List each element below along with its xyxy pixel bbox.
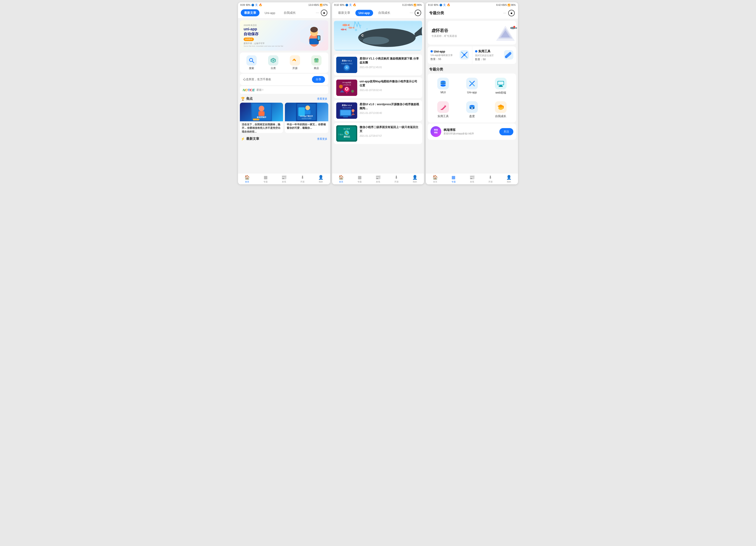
svg-text:枫瑞: 枫瑞: [434, 129, 438, 131]
topic-grid-tools[interactable]: 实用工具: [430, 99, 457, 121]
mui-icon: [437, 78, 449, 89]
svg-text:星宿UI V1.1: 星宿UI V1.1: [342, 59, 352, 62]
topic-card-uniapp[interactable]: Uni-app Uni-app多端框架文章 数量：55: [428, 46, 472, 64]
topic-grid-uniapp-label: Uni-app: [467, 91, 477, 94]
signal-1: 90%: [246, 4, 250, 6]
topic-grid-pandu[interactable]: 盘度: [459, 99, 486, 121]
uniapp-card-desc: Uni-app多端框架文章: [431, 54, 453, 57]
svg-rect-63: [340, 110, 351, 115]
icon-category[interactable]: ★ 分类: [263, 55, 283, 70]
opensource-icon-3: ⬇: [489, 175, 492, 180]
topic-grid-mui[interactable]: MUI: [430, 75, 457, 97]
nav-mine-1[interactable]: 👤 我的: [312, 175, 330, 183]
nav-discover-3[interactable]: 📰 发现: [463, 175, 481, 183]
nav-topic-2[interactable]: ▦ 专题: [350, 175, 369, 183]
nav-home-3[interactable]: 🏠 首页: [426, 175, 444, 183]
notice-text: 星宿！: [256, 88, 325, 92]
tab-uni-app[interactable]: Uni-app: [261, 10, 279, 16]
svg-text:Uni-App下载文件: Uni-App下载文件: [300, 115, 313, 117]
svg-point-41: [341, 29, 345, 31]
record-btn-2[interactable]: ⏺: [415, 10, 421, 16]
article-item-1[interactable]: Uni-app地图 公司地理位置: [334, 77, 422, 98]
svg-rect-109: [503, 106, 504, 109]
topic-grid-growth-label: 自我成长: [495, 114, 506, 118]
topic-grid-web[interactable]: web前端: [487, 75, 514, 97]
svg-rect-99: [499, 85, 502, 86]
focal-card-0[interactable]: 缺省页制作 新手入门 活在当下，自我肯定自我接纳，抛开... 你要相信有些人并不…: [240, 103, 283, 133]
article-item-2[interactable]: 星宿UI V1.0 整合后台体现: [334, 100, 422, 121]
nav-discover-1[interactable]: 📰 发现: [275, 175, 293, 183]
record-btn-1[interactable]: ⏺: [321, 10, 327, 16]
more-icon-3[interactable]: ···: [503, 11, 506, 15]
icon-category-label: 分类: [271, 67, 276, 70]
alipay-icon-3: 支: [443, 3, 446, 7]
svg-point-24: [305, 105, 310, 110]
topic-grid-uniapp[interactable]: Uni-app: [459, 75, 486, 97]
topic-hero-text: 虚怀若谷 兮其若朴，旷兮其若谷: [431, 28, 457, 38]
nav-discover-2[interactable]: 📰 发现: [369, 175, 387, 183]
nav-more-2[interactable]: ···: [410, 11, 413, 15]
focal-more[interactable]: 查看更多: [317, 97, 327, 101]
latest-more[interactable]: 查看更多: [317, 137, 327, 141]
nav-opensource-3[interactable]: ⬇ 开源: [481, 175, 500, 183]
hero-badge: 保姆教程: [244, 38, 254, 41]
article-title-2: 星宿UI v1.0：wordpress开源微信小程序激励视频阅…: [360, 102, 420, 110]
icon-opensource-label: 开源: [292, 67, 297, 70]
tab2-growth[interactable]: 自我成长: [375, 9, 394, 16]
nav-home-2[interactable]: 🏠 首页: [332, 175, 350, 183]
time-1: 8:09: [240, 4, 245, 6]
bluetooth-icon-2: 🔵: [345, 4, 348, 6]
svg-rect-98: [498, 81, 504, 85]
battery-3: 96%: [511, 4, 516, 6]
topic-section-title: 专题分类: [426, 65, 518, 73]
tab-latest-articles[interactable]: 最新文章: [241, 9, 259, 16]
screen-1: 8:09 90% 🔵 支 🔥 13.6 KB/S 📶 97% 最新文章 Uni-…: [238, 2, 330, 184]
share-button[interactable]: 分享: [312, 76, 325, 83]
nav-more-1[interactable]: ···: [316, 11, 319, 15]
tab2-latest[interactable]: 最新文章: [335, 9, 353, 16]
svg-text:信小程序: 信小程序: [343, 128, 350, 130]
focal-card-1[interactable]: Uni-App下载文件 以及永久保存 毕业一年半的我在一家互... 你要储蓄你的…: [285, 103, 328, 133]
latest-section-header: ⚡ 最新文章 查看更多: [238, 135, 330, 142]
follow-button[interactable]: 关注: [499, 128, 513, 135]
tab2-uniapp[interactable]: Uni-app: [355, 10, 373, 16]
record-btn-3[interactable]: ⏺: [508, 10, 515, 16]
article-thumb-0: 星宿UI V1.1 对标微信小商店 A: [336, 57, 357, 73]
icon-search[interactable]: 搜索: [242, 55, 262, 70]
tab-self-growth[interactable]: 自我成长: [280, 9, 299, 16]
alipay-icon: 支: [255, 3, 258, 7]
fire-icon-1: 🔥: [259, 3, 262, 7]
nav-home-1[interactable]: 🏠 首页: [238, 175, 256, 183]
svg-point-86: [505, 56, 507, 58]
topic-grid-mui-label: MUI: [441, 91, 446, 94]
article-item-3[interactable]: 信小程序 踩坑记 🐛 了更多 » 微信小程序二级界面没有返回上一级只有返回主页 …: [334, 123, 422, 144]
topic-card-tools[interactable]: 实用工具 我对它的定位迷茫 数量：50: [472, 46, 516, 64]
nav-opensource-1[interactable]: ⬇ 开源: [293, 175, 312, 183]
whale-banner: [334, 20, 422, 51]
nav-mine-3[interactable]: 👤 我的: [500, 175, 518, 183]
hero-banner-1[interactable]: 2020年末总结 uni-app自动保存 保姆教程 爱而不得，山海不可平 Som…: [240, 20, 328, 51]
article-info-0: 星宿UI V1.1 小商店购买 激励视频资源下载 分享盆友圈 2021-03-2…: [360, 57, 420, 73]
svg-point-32: [355, 29, 357, 31]
svg-text:对标微信小商店: 对标微信小商店: [341, 63, 352, 65]
nav-opensource-2[interactable]: ⬇ 开源: [387, 175, 406, 183]
article-thumb-2: 星宿UI V1.0 整合后台体现: [336, 102, 357, 119]
topic-hero-title: 虚怀若谷: [431, 28, 457, 33]
shop-icon: [311, 55, 322, 66]
nav-mine-2[interactable]: 👤 我的: [406, 175, 424, 183]
icon-shop[interactable]: 商店: [307, 55, 326, 70]
hero-illustration: [299, 23, 325, 48]
icon-opensource[interactable]: 开源: [285, 55, 305, 70]
author-card: 枫瑞 博客 枫瑞博客 星宿UI开源uniapp多端小程序 关注: [428, 123, 516, 140]
topic-icon-1: ▦: [264, 175, 268, 180]
battery-2: 96%: [417, 4, 422, 6]
uniapp-card-title: Uni-app: [434, 50, 445, 53]
nav-opensource-label-2: 开源: [394, 180, 399, 183]
nav-opensource-label-3: 开源: [488, 180, 493, 183]
nav-topic-3[interactable]: ▦ 专题: [444, 175, 463, 183]
mine-icon-1: 👤: [318, 175, 323, 180]
nav-topic-1[interactable]: ▦ 专题: [256, 175, 275, 183]
discover-icon-1: 📰: [281, 175, 287, 180]
article-item-0[interactable]: 星宿UI V1.1 对标微信小商店 A 星宿UI V1.1 小商店购买 激励视频…: [334, 54, 422, 75]
topic-grid-growth[interactable]: 自我成长: [487, 99, 514, 121]
